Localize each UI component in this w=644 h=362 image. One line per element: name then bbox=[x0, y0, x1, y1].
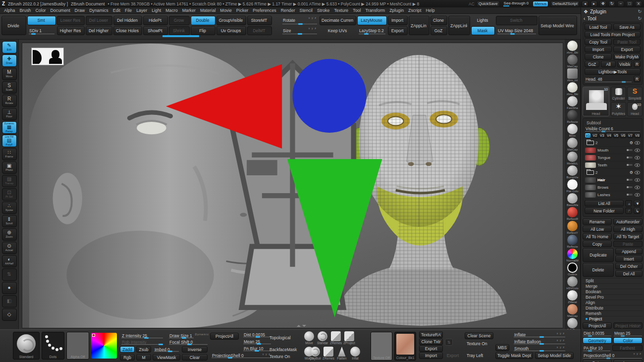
export-button[interactable]: Export bbox=[419, 345, 443, 352]
left-tool-button[interactable]: Line Fill ▤ PolyF bbox=[2, 135, 17, 147]
menu-item[interactable]: Texture bbox=[334, 8, 348, 13]
all-high-button[interactable]: All High bbox=[613, 226, 643, 232]
collapsed-section[interactable]: Split bbox=[583, 278, 643, 283]
material-item[interactable]: BumpVie bbox=[566, 165, 578, 179]
sculpt-canvas[interactable] bbox=[19, 40, 565, 329]
subtool-item-row-selected[interactable]: Hair bbox=[585, 176, 641, 184]
default-zscript-button[interactable]: DefaultZScript bbox=[550, 1, 580, 7]
new-folder-button[interactable]: New Folder bbox=[585, 207, 624, 214]
material-item[interactable]: ReflectY bbox=[567, 221, 578, 234]
left-tool-button[interactable]: ◇ bbox=[2, 309, 17, 321]
enter-folder-icon[interactable]: ↳ bbox=[634, 207, 641, 214]
material-item[interactable]: Reflecte bbox=[567, 110, 578, 123]
minimize-button[interactable]: − bbox=[617, 1, 624, 7]
shelf-button[interactable]: ZAppLink bbox=[448, 16, 470, 35]
head-r-button[interactable]: R bbox=[634, 76, 641, 82]
m-button[interactable]: M bbox=[136, 354, 151, 361]
outer-button[interactable]: Outer bbox=[583, 360, 612, 362]
clear-button[interactable]: Clear bbox=[182, 354, 208, 361]
material-item[interactable]: ZMetal bbox=[567, 290, 578, 304]
rgb-button[interactable]: Rgb bbox=[120, 354, 135, 361]
menu-item[interactable]: Render bbox=[281, 8, 295, 13]
shelf-button[interactable]: GoZ bbox=[430, 26, 447, 36]
menu-item[interactable]: Macro bbox=[165, 8, 177, 13]
tool-thumbnail[interactable]: S SimpleB bbox=[627, 87, 643, 101]
inverse-button[interactable]: Inverse bbox=[182, 346, 208, 353]
copy-button[interactable]: Copy bbox=[583, 241, 612, 247]
zplugin-header[interactable]: ❖ Zplugin ↻ bbox=[583, 8, 643, 15]
quick-brush-button[interactable]: ZProject bbox=[343, 331, 355, 345]
subtool-folder-row[interactable]: 2 ⚙ bbox=[585, 139, 641, 147]
menu-item[interactable]: Draw bbox=[75, 8, 85, 13]
menu-item[interactable]: Movie bbox=[220, 8, 231, 13]
all-low-button[interactable]: All Low bbox=[583, 226, 612, 232]
shelf-button[interactable]: Del Lower bbox=[86, 16, 112, 25]
left-tool-button[interactable]: ⊥ Floor bbox=[2, 108, 17, 120]
shelf-button[interactable]: Grow bbox=[169, 16, 190, 25]
collapsed-section[interactable]: Align bbox=[583, 300, 643, 305]
zsub-button[interactable]: Zsub bbox=[136, 346, 151, 353]
menu-item[interactable]: Marker bbox=[182, 8, 196, 13]
subtool-item-row[interactable]: Tongue bbox=[585, 154, 641, 161]
shelf-button[interactable]: Smt bbox=[27, 16, 56, 25]
subtool-item-row[interactable]: Lashes bbox=[585, 191, 641, 199]
polypaint-toggle[interactable] bbox=[626, 149, 633, 152]
history-back-icon[interactable]: ◂ bbox=[582, 1, 589, 7]
document-area[interactable] bbox=[22, 43, 563, 328]
menu-item[interactable]: Preferences bbox=[253, 8, 276, 13]
menu-item[interactable]: Color bbox=[35, 8, 46, 13]
goz-button[interactable]: GoZ bbox=[585, 61, 599, 67]
menu-item[interactable]: File bbox=[125, 8, 132, 13]
material-item[interactable]: MetalicL bbox=[567, 152, 578, 165]
material-item[interactable]: zbro_mi bbox=[567, 68, 578, 82]
menu-item[interactable]: Stroke bbox=[317, 8, 329, 13]
shelf-button[interactable]: LazyMouse bbox=[357, 16, 387, 25]
history-forward-icon[interactable]: ▸ bbox=[590, 1, 597, 7]
shelf-button[interactable]: Close Holes bbox=[113, 26, 142, 36]
left-tool-button[interactable]: ⊕ Zoom bbox=[2, 228, 17, 241]
left-tool-button[interactable]: ✎ Edit bbox=[2, 41, 17, 53]
mean-slider[interactable]: Mean 25 bbox=[613, 330, 643, 336]
material-item[interactable]: MatCap bbox=[567, 138, 578, 151]
subtool-header[interactable]: Subtool bbox=[585, 120, 641, 125]
inner-button[interactable]: Inner bbox=[613, 360, 643, 362]
quick-brush-button[interactable]: Flatten bbox=[336, 347, 348, 361]
subtool-view-tab[interactable]: V8 bbox=[634, 133, 641, 138]
menu-item[interactable]: Edit bbox=[113, 8, 120, 13]
left-tool-button[interactable]: ⇕ Scroll bbox=[2, 215, 17, 227]
left-tool-button[interactable]: ✚ Draw bbox=[2, 54, 17, 67]
shelf-button[interactable]: Divide bbox=[1, 16, 26, 35]
shelf-button[interactable]: Rotate x y z bbox=[281, 16, 319, 25]
shelf-button[interactable]: LazyStep 0.25 bbox=[357, 26, 387, 36]
all-to-target-button[interactable]: All To Target bbox=[613, 233, 643, 240]
shelf-button[interactable]: Lower Res bbox=[57, 16, 85, 25]
eye-icon[interactable] bbox=[635, 163, 640, 167]
tray-resize-handle[interactable] bbox=[290, 324, 313, 327]
setup-model-side-button[interactable]: Setup Model Side bbox=[535, 352, 574, 359]
backface-mask-toggle[interactable]: BackfaceMask bbox=[268, 346, 300, 353]
menu-item[interactable]: Tool bbox=[353, 8, 361, 13]
material-item[interactable]: Blinn bbox=[567, 124, 578, 137]
pa-blur-slider[interactable]: PA Blur 10 bbox=[583, 345, 611, 351]
duplicate-button[interactable]: Duplicate bbox=[583, 248, 614, 262]
shelf-button[interactable]: Shrink bbox=[169, 26, 190, 36]
material-item[interactable]: NormalM bbox=[566, 249, 578, 262]
shelf-button[interactable]: Keep UVs bbox=[320, 26, 356, 36]
delete-button[interactable]: Delete bbox=[583, 263, 614, 277]
shelf-button[interactable]: Del Higher bbox=[86, 26, 112, 36]
make-polymesh3d-button[interactable]: Make PolyMesh3D bbox=[613, 53, 641, 60]
restore-button[interactable]: □ bbox=[626, 1, 633, 7]
current-brush-thumbnail[interactable]: Standard bbox=[13, 332, 40, 360]
material-item[interactable]: Outline bbox=[567, 262, 578, 276]
material-item[interactable]: zbro_Ski bbox=[567, 82, 578, 96]
collapsed-section[interactable]: Boolean bbox=[583, 289, 643, 294]
shelf-button[interactable]: Clone bbox=[430, 16, 447, 25]
smooth-slider[interactable]: Smoothx y z bbox=[512, 345, 567, 352]
left-tool-button[interactable]: Dynamic ▦ Persp bbox=[2, 121, 17, 134]
subtool-view-tab[interactable]: V7 bbox=[627, 133, 634, 138]
rename-button[interactable]: Rename bbox=[583, 218, 612, 225]
visible-count-slider[interactable]: Visible Count 6 bbox=[585, 125, 641, 132]
goz-all-button[interactable]: All bbox=[601, 61, 616, 67]
shelf-button[interactable]: Higher Res bbox=[57, 26, 85, 36]
see-through-slider[interactable]: See-through 0 bbox=[502, 1, 531, 7]
